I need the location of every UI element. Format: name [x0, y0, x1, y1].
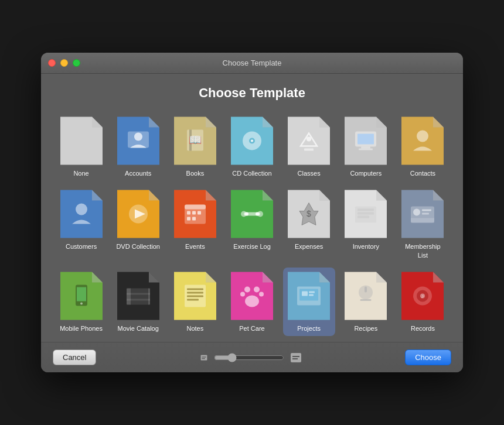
template-label-mobile: Mobile Phones [60, 324, 103, 333]
svg-rect-80 [422, 210, 431, 211]
template-icon-projects [288, 271, 330, 321]
svg-point-61 [245, 212, 248, 216]
svg-rect-29 [357, 133, 374, 144]
template-label-exercise: Exercise Log [233, 242, 271, 251]
template-item-none[interactable]: None [55, 112, 107, 181]
svg-rect-101 [187, 288, 203, 290]
close-button[interactable] [48, 59, 56, 67]
template-item-dvd[interactable]: DVD Collection [112, 186, 164, 263]
template-item-mobile[interactable]: Mobile Phones [55, 268, 107, 336]
svg-point-110 [240, 292, 245, 296]
svg-marker-38 [92, 190, 103, 201]
svg-marker-16 [263, 116, 273, 127]
choose-button[interactable]: Choose [405, 349, 451, 365]
svg-point-108 [244, 286, 250, 292]
template-icon-computers [345, 116, 387, 166]
template-label-projects: Projects [297, 324, 321, 333]
template-label-petcare: Pet Care [239, 324, 264, 333]
svg-point-79 [413, 209, 420, 216]
svg-marker-42 [149, 190, 159, 201]
template-item-petcare[interactable]: Pet Care [226, 268, 278, 336]
template-item-contacts[interactable]: Contacts [397, 112, 449, 181]
template-grid: None Accounts 📖 Books [55, 112, 449, 342]
svg-rect-103 [187, 295, 203, 297]
svg-marker-115 [319, 272, 330, 282]
template-item-membership[interactable]: Membership List [397, 186, 449, 263]
cancel-button[interactable]: Cancel [53, 349, 96, 365]
svg-marker-77 [433, 190, 444, 201]
template-icon-notes [174, 271, 216, 321]
svg-rect-72 [357, 209, 374, 211]
svg-marker-128 [433, 272, 444, 282]
svg-rect-136 [291, 353, 301, 362]
template-label-expenses: Expenses [295, 242, 323, 251]
svg-point-88 [80, 302, 83, 304]
window-title: Choose Template [223, 59, 282, 67]
svg-rect-102 [187, 292, 203, 293]
template-item-classes[interactable]: Classes [283, 112, 335, 181]
template-item-projects[interactable]: Projects [283, 268, 335, 336]
svg-point-19 [251, 139, 253, 142]
svg-rect-95 [127, 293, 150, 294]
svg-rect-51 [192, 211, 196, 215]
svg-marker-99 [206, 272, 216, 282]
svg-rect-119 [309, 291, 315, 293]
svg-rect-120 [309, 294, 314, 296]
template-item-records[interactable]: ♪ Records [397, 268, 449, 336]
svg-marker-10 [206, 116, 216, 127]
template-item-accounts[interactable]: Accounts [112, 112, 164, 181]
svg-rect-82 [411, 218, 434, 223]
svg-point-39 [76, 204, 87, 215]
template-label-inventory: Inventory [353, 242, 379, 251]
template-item-computers[interactable]: Computers [340, 112, 392, 181]
template-item-inventory[interactable]: Inventory [340, 186, 392, 263]
template-item-notes[interactable]: Notes [169, 268, 221, 336]
dialog-content: Choose Template None Accounts [41, 74, 463, 342]
svg-rect-73 [357, 212, 374, 215]
template-label-movie: Movie Catalog [118, 324, 159, 333]
template-item-recipes[interactable]: Recipes [340, 268, 392, 336]
svg-marker-123 [376, 272, 387, 282]
svg-rect-49 [185, 205, 206, 210]
svg-point-23 [307, 136, 311, 141]
window-controls [48, 59, 80, 67]
svg-rect-24 [304, 148, 314, 150]
svg-rect-137 [292, 356, 299, 357]
template-item-customers[interactable]: Customers [55, 186, 107, 263]
template-label-customers: Customers [66, 242, 97, 251]
svg-marker-22 [319, 116, 330, 127]
svg-rect-96 [127, 299, 150, 300]
titlebar: Choose Template [41, 53, 463, 74]
size-slider[interactable] [214, 353, 284, 362]
template-item-books[interactable]: 📖 Books [169, 112, 221, 181]
svg-marker-34 [433, 116, 444, 127]
svg-marker-27 [376, 116, 387, 127]
svg-point-62 [256, 212, 259, 216]
template-item-movie[interactable]: Movie Catalog [112, 268, 164, 336]
minimize-button[interactable] [60, 59, 68, 67]
svg-rect-87 [77, 287, 86, 301]
svg-rect-30 [361, 146, 370, 148]
template-icon-customers [60, 189, 103, 239]
template-label-none: None [73, 169, 88, 177]
template-icon-membership [401, 189, 444, 239]
template-label-accounts: Accounts [125, 169, 151, 177]
svg-rect-50 [187, 211, 190, 215]
template-item-expenses[interactable]: $ Expenses [283, 186, 335, 263]
template-label-computers: Computers [350, 169, 382, 177]
template-item-cd[interactable]: CD Collection [226, 112, 278, 181]
template-label-cd: CD Collection [232, 169, 271, 177]
template-icon-accounts [117, 116, 159, 166]
footer: Cancel Choose [41, 342, 463, 372]
svg-rect-118 [302, 291, 308, 296]
template-icon-cd [231, 116, 273, 166]
template-icon-contacts [401, 116, 444, 166]
maximize-button[interactable] [73, 59, 80, 67]
svg-rect-74 [357, 216, 369, 218]
template-icon-books: 📖 [174, 116, 216, 166]
template-item-events[interactable]: Events [169, 186, 221, 263]
svg-marker-47 [206, 190, 216, 201]
template-label-records: Records [411, 324, 435, 333]
template-item-exercise[interactable]: Exercise Log [226, 186, 278, 263]
svg-rect-138 [292, 358, 298, 359]
